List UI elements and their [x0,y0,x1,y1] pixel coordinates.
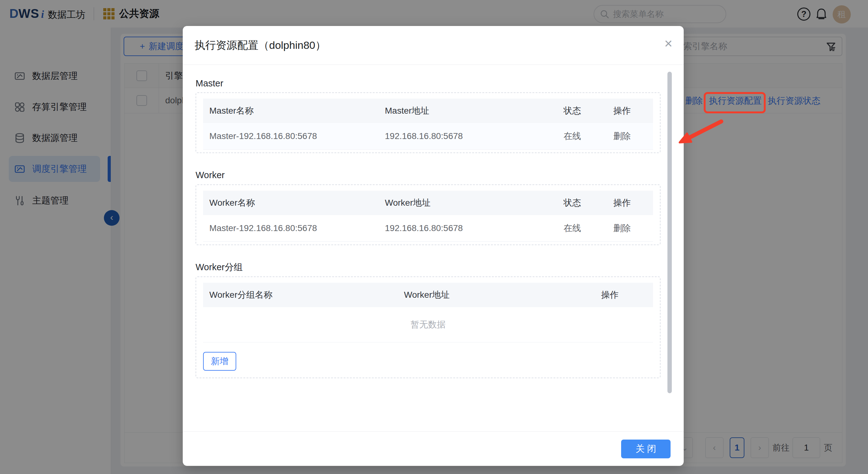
master-delete-link[interactable]: 删除 [613,130,653,142]
worker-section-box: Worker名称 Worker地址 状态 操作 Master-192.168.1… [195,184,660,245]
modal-scrollbar-thumb[interactable] [668,72,672,393]
col-master-address: Master地址 [385,105,563,117]
col-worker-name: Worker名称 [203,197,385,209]
empty-data-placeholder: 暂无数据 [203,307,653,343]
worker-group-section-box: Worker分组名称 Worker地址 操作 暂无数据 新增 [195,276,660,378]
master-name-cell: Master-192.168.16.80:5678 [203,131,385,141]
worker-table-header: Worker名称 Worker地址 状态 操作 [203,191,653,215]
modal-title: 执行资源配置（dolphin80） [195,38,326,53]
page: D WS i 数据工坊 公共资源 搜索菜单名称 [0,0,868,474]
exec-resource-config-modal: 执行资源配置（dolphin80） × Master Master名称 Mast… [183,26,684,466]
master-status-cell: 在线 [563,130,613,142]
modal-footer: 关 闭 [183,432,684,466]
worker-status-cell: 在线 [563,222,613,234]
worker-section-label: Worker [195,169,660,181]
worker-delete-link[interactable]: 删除 [613,222,653,234]
add-worker-group-button[interactable]: 新增 [203,352,236,371]
worker-address-cell: 192.168.16.80:5678 [385,223,563,233]
worker-name-cell: Master-192.168.16.80:5678 [203,223,385,233]
col-status: 状态 [563,197,613,209]
col-actions: 操作 [601,289,653,301]
worker-table-row: Master-192.168.16.80:5678 192.168.16.80:… [203,215,653,242]
master-section-label: Master [195,77,660,90]
worker-group-table-header: Worker分组名称 Worker地址 操作 [203,283,653,307]
annotation-highlight-box [704,92,766,113]
master-section-box: Master名称 Master地址 状态 操作 Master-192.168.1… [195,92,660,153]
col-actions: 操作 [613,105,653,117]
col-actions: 操作 [613,197,653,209]
master-table-row: Master-192.168.16.80:5678 192.168.16.80:… [203,123,653,150]
modal-close-button[interactable]: 关 闭 [621,440,671,458]
col-status: 状态 [563,105,613,117]
col-worker-address: Worker地址 [385,197,563,209]
col-master-name: Master名称 [203,105,385,117]
master-address-cell: 192.168.16.80:5678 [385,131,563,141]
worker-group-section-label: Worker分组 [195,261,660,273]
modal-header: 执行资源配置（dolphin80） × [183,26,684,65]
modal-body: Master Master名称 Master地址 状态 操作 Master-19… [183,77,684,378]
col-worker-group-name: Worker分组名称 [203,289,404,301]
annotation-arrow-icon [673,117,729,147]
col-worker-address: Worker地址 [404,289,601,301]
master-table-header: Master名称 Master地址 状态 操作 [203,99,653,123]
close-icon[interactable]: × [664,37,673,51]
